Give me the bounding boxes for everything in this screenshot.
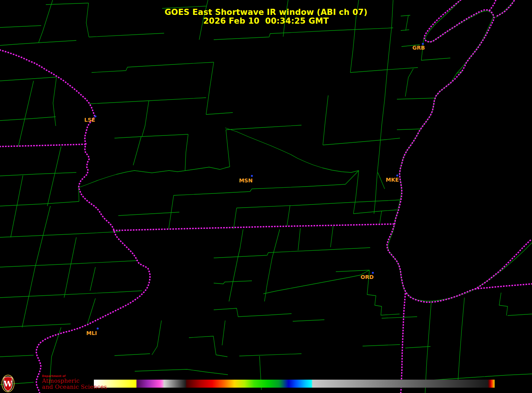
- county-border-line: [152, 321, 161, 355]
- map-canvas: [0, 0, 532, 393]
- county-border-line: [226, 125, 301, 130]
- image-timestamp: 2026 Feb 10 00:34:25 GMT: [0, 17, 532, 26]
- county-border-line: [39, 40, 76, 43]
- city-label-ord: ORD: [361, 274, 374, 280]
- county-border-line: [0, 172, 76, 176]
- county-border-line: [169, 195, 174, 229]
- county-border-line: [353, 210, 397, 214]
- county-border-line: [377, 126, 382, 176]
- county-border-line: [272, 229, 280, 258]
- state-border-line: [401, 294, 405, 393]
- county-border-line: [92, 62, 214, 72]
- county-border-line: [0, 355, 34, 357]
- county-border-line: [379, 211, 382, 225]
- logo-text: Department of Atmospheric and Oceanic Sc…: [42, 375, 107, 390]
- county-border-line: [350, 68, 418, 72]
- county-border-line: [206, 62, 214, 114]
- logo-line2: Atmospheric: [42, 378, 107, 384]
- county-border-line: [90, 98, 206, 104]
- county-border-line: [64, 237, 76, 298]
- county-border-line: [46, 3, 89, 5]
- county-border-line: [374, 176, 377, 214]
- county-border-line: [90, 267, 95, 291]
- county-border-line: [0, 117, 56, 121]
- county-border-line: [234, 208, 237, 229]
- county-border-line: [133, 137, 141, 165]
- uw-aos-logo: W Department of Atmospheric and Oceanic …: [2, 375, 107, 392]
- county-border-line: [214, 248, 370, 258]
- state-border-line: [114, 224, 395, 230]
- county-border-line: [174, 184, 345, 195]
- county-border-line: [499, 293, 508, 316]
- county-border-line: [298, 228, 300, 250]
- county-border-line: [382, 317, 417, 318]
- county-border-line: [473, 243, 532, 290]
- county-border-line: [336, 270, 369, 272]
- county-border-line: [382, 69, 387, 126]
- city-label-mke: MKE: [386, 177, 399, 183]
- county-border-line: [0, 261, 137, 267]
- county-border-line: [387, 28, 392, 69]
- county-border-line: [508, 314, 532, 316]
- county-border-line: [87, 298, 95, 324]
- logo-line3: and Oceanic Sciences: [42, 384, 107, 390]
- satellite-image-viewer: GOES East Shortwave IR window (ABI ch 07…: [0, 0, 532, 393]
- county-border-line: [330, 226, 333, 247]
- county-border-line: [18, 81, 34, 147]
- state-border-line: [0, 144, 86, 147]
- county-border-line: [47, 147, 61, 206]
- county-border-line: [405, 346, 430, 348]
- county-border-line: [189, 336, 227, 357]
- county-border-line: [89, 33, 164, 37]
- county-border-line: [363, 345, 400, 346]
- state-border-line: [387, 0, 532, 302]
- county-border-line: [114, 354, 150, 356]
- uw-crest-icon: W: [2, 375, 15, 392]
- city-dot-mke: [397, 175, 398, 177]
- county-border-line: [135, 369, 228, 375]
- county-border-line: [473, 374, 532, 377]
- city-label-mli: MLI: [86, 330, 97, 336]
- county-border-line: [0, 201, 79, 206]
- county-border-line: [226, 130, 230, 167]
- county-border-line: [421, 39, 450, 60]
- county-border-line: [239, 354, 301, 356]
- county-border-line: [345, 171, 359, 184]
- county-border-line: [114, 134, 188, 138]
- county-border-line: [397, 98, 434, 99]
- county-border-line: [35, 206, 50, 267]
- state-borders-layer: [0, 0, 532, 393]
- county-border-line: [78, 167, 230, 188]
- county-border-line: [395, 74, 456, 224]
- city-dot-ord: [372, 272, 374, 274]
- county-border-line: [350, 29, 355, 72]
- county-border-line: [229, 258, 238, 301]
- county-border-line: [185, 134, 188, 171]
- county-border-line: [214, 28, 393, 40]
- county-border-line: [0, 77, 56, 81]
- county-border-line: [263, 270, 369, 294]
- county-border-line: [214, 308, 292, 317]
- state-border-line: [0, 50, 150, 393]
- image-title: GOES East Shortwave IR window (ABI ch 07…: [0, 8, 532, 17]
- county-border-line: [0, 232, 120, 237]
- county-border-line: [142, 101, 149, 137]
- county-border-line: [206, 113, 233, 114]
- county-border-line: [401, 30, 409, 31]
- county-borders-layer: [0, 0, 532, 393]
- county-border-line: [287, 205, 290, 226]
- city-label-grb: GRB: [413, 45, 425, 51]
- county-border-line: [293, 320, 324, 321]
- county-border-line: [388, 224, 473, 301]
- county-border-line: [458, 298, 464, 382]
- county-border-line: [22, 267, 35, 327]
- county-border-line: [0, 26, 41, 27]
- city-dot-msn: [251, 175, 253, 177]
- county-border-line: [0, 291, 142, 298]
- county-border-line: [118, 212, 179, 216]
- county-border-line: [238, 229, 243, 258]
- county-border-line: [353, 171, 359, 214]
- county-border-line: [222, 321, 225, 345]
- county-border-line: [11, 176, 23, 237]
- county-border-line: [264, 258, 272, 301]
